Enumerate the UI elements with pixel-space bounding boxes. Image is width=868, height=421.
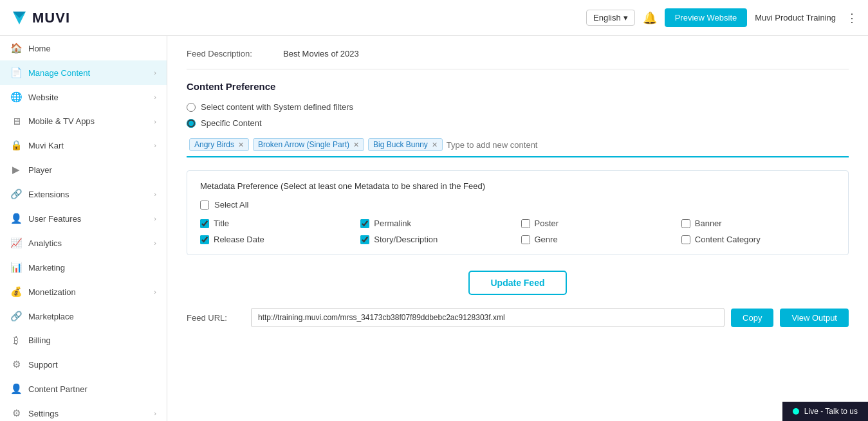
meta-poster-label: Poster [535, 219, 559, 228]
tag-input[interactable] [447, 140, 555, 150]
sidebar-item-billing[interactable]: ₿ Billing [0, 328, 167, 352]
meta-story-checkbox[interactable] [360, 235, 369, 244]
feed-url-label: Feed URL: [187, 313, 245, 323]
app-body: 🏠 Home 📄 Manage Content › 🌐 Website › 🖥 … [0, 36, 868, 421]
extensions-icon: 🔗 [10, 188, 22, 200]
tag-remove-icon[interactable]: ✕ [238, 141, 244, 149]
radio-specific[interactable] [187, 119, 196, 128]
tag-broken-arrow[interactable]: Broken Arrow (Single Part) ✕ [253, 138, 364, 151]
feed-url-row: Feed URL: Copy View Output [187, 308, 849, 327]
chevron-down-icon: ▾ [623, 13, 628, 22]
meta-item-story[interactable]: Story/Description [360, 235, 514, 244]
chevron-right-icon: › [154, 239, 156, 247]
meta-permalink-label: Permalink [374, 219, 411, 228]
option-system-label: Select content with System defined filte… [201, 102, 353, 112]
sidebar-label-extensions: Extensions [28, 190, 69, 199]
meta-title-label: Title [214, 219, 229, 228]
meta-item-content-category[interactable]: Content Category [681, 235, 835, 244]
sidebar-item-support[interactable]: ⚙ Support [0, 352, 167, 377]
meta-banner-label: Banner [695, 219, 722, 228]
sidebar-label-mobile-tv: Mobile & TV Apps [28, 116, 95, 126]
notification-bell-icon[interactable]: 🔔 [643, 11, 657, 25]
sidebar: 🏠 Home 📄 Manage Content › 🌐 Website › 🖥 … [0, 36, 167, 421]
logo: MUVI [10, 9, 70, 27]
mobile-tv-icon: 🖥 [10, 116, 22, 127]
select-all-row[interactable]: Select All [200, 200, 835, 210]
option-system-filters[interactable]: Select content with System defined filte… [187, 102, 849, 112]
language-label: English [593, 13, 621, 22]
meta-banner-checkbox[interactable] [681, 219, 690, 228]
preview-website-button[interactable]: Preview Website [665, 8, 748, 27]
chevron-right-icon: › [154, 69, 156, 76]
main-content: Feed Description: Best Movies of 2023 Co… [167, 36, 868, 421]
tag-label: Big Buck Bunny [373, 140, 428, 149]
user-name[interactable]: Muvi Product Training [755, 13, 836, 22]
sidebar-item-manage-content[interactable]: 📄 Manage Content › [0, 60, 167, 85]
sidebar-item-user-features[interactable]: 👤 User Features › [0, 206, 167, 231]
meta-release-date-checkbox[interactable] [200, 235, 209, 244]
select-all-checkbox[interactable] [200, 201, 209, 210]
tag-label: Broken Arrow (Single Part) [258, 140, 349, 149]
sidebar-item-marketing[interactable]: 📊 Marketing [0, 255, 167, 280]
meta-item-genre[interactable]: Genre [521, 235, 675, 244]
meta-poster-checkbox[interactable] [521, 219, 530, 228]
live-chat-widget[interactable]: Live - Talk to us [782, 402, 868, 421]
sidebar-item-player[interactable]: ▶ Player [0, 157, 167, 182]
sidebar-item-monetization[interactable]: 💰 Monetization › [0, 280, 167, 304]
chevron-right-icon: › [154, 118, 156, 125]
tags-input-area[interactable]: Angry Birds ✕ Broken Arrow (Single Part)… [187, 134, 849, 157]
feed-description-value: Best Movies of 2023 [283, 49, 359, 58]
meta-content-category-label: Content Category [695, 235, 761, 244]
metadata-section: Metadata Preference (Select at least one… [187, 170, 849, 255]
metadata-title: Metadata Preference (Select at least one… [200, 181, 835, 191]
sidebar-label-home: Home [28, 44, 51, 53]
monetization-icon: 💰 [10, 286, 22, 298]
meta-permalink-checkbox[interactable] [360, 219, 369, 228]
tag-remove-icon[interactable]: ✕ [432, 141, 438, 149]
analytics-icon: 📈 [10, 237, 22, 249]
tag-angry-birds[interactable]: Angry Birds ✕ [189, 138, 249, 151]
meta-item-title[interactable]: Title [200, 219, 354, 228]
app-header: MUVI English ▾ 🔔 Preview Website Muvi Pr… [0, 0, 868, 36]
update-feed-button[interactable]: Update Feed [468, 271, 566, 295]
sidebar-item-muvi-kart[interactable]: 🔒 Muvi Kart › [0, 133, 167, 157]
meta-genre-label: Genre [535, 235, 558, 244]
sidebar-item-settings[interactable]: ⚙ Settings › [0, 401, 167, 421]
language-selector[interactable]: English ▾ [586, 10, 635, 26]
tag-big-buck-bunny[interactable]: Big Buck Bunny ✕ [368, 138, 443, 151]
settings-icon: ⚙ [10, 408, 22, 419]
sidebar-label-monetization: Monetization [28, 287, 76, 297]
sidebar-item-marketplace[interactable]: 🔗 Marketplace [0, 304, 167, 328]
more-options-icon[interactable]: ⋮ [846, 11, 858, 25]
home-icon: 🏠 [10, 42, 22, 54]
chevron-right-icon: › [154, 93, 156, 101]
sidebar-label-manage-content: Manage Content [28, 68, 90, 78]
billing-icon: ₿ [10, 335, 22, 346]
meta-item-release-date[interactable]: Release Date [200, 235, 354, 244]
meta-content-category-checkbox[interactable] [681, 235, 690, 244]
user-features-icon: 👤 [10, 213, 22, 224]
view-output-button[interactable]: View Output [780, 309, 849, 327]
option-specific-content[interactable]: Specific Content [187, 118, 849, 128]
meta-genre-checkbox[interactable] [521, 235, 530, 244]
feed-url-input[interactable] [251, 308, 725, 327]
meta-item-banner[interactable]: Banner [681, 219, 835, 228]
meta-item-poster[interactable]: Poster [521, 219, 675, 228]
copy-button[interactable]: Copy [731, 309, 773, 327]
sidebar-item-mobile-tv[interactable]: 🖥 Mobile & TV Apps › [0, 109, 167, 133]
update-feed-btn-wrap: Update Feed [187, 271, 849, 295]
meta-title-checkbox[interactable] [200, 219, 209, 228]
marketplace-icon: 🔗 [10, 310, 22, 322]
sidebar-label-muvi-kart: Muvi Kart [28, 141, 64, 150]
sidebar-label-analytics: Analytics [28, 238, 62, 248]
sidebar-item-extensions[interactable]: 🔗 Extensions › [0, 182, 167, 206]
sidebar-item-analytics[interactable]: 📈 Analytics › [0, 231, 167, 255]
tag-remove-icon[interactable]: ✕ [353, 141, 359, 149]
sidebar-item-website[interactable]: 🌐 Website › [0, 85, 167, 109]
sidebar-item-home[interactable]: 🏠 Home [0, 36, 167, 60]
sidebar-label-player: Player [28, 165, 52, 175]
radio-system[interactable] [187, 103, 196, 112]
meta-item-permalink[interactable]: Permalink [360, 219, 514, 228]
sidebar-item-content-partner[interactable]: 👤 Content Partner [0, 377, 167, 401]
muvi-kart-icon: 🔒 [10, 139, 22, 151]
